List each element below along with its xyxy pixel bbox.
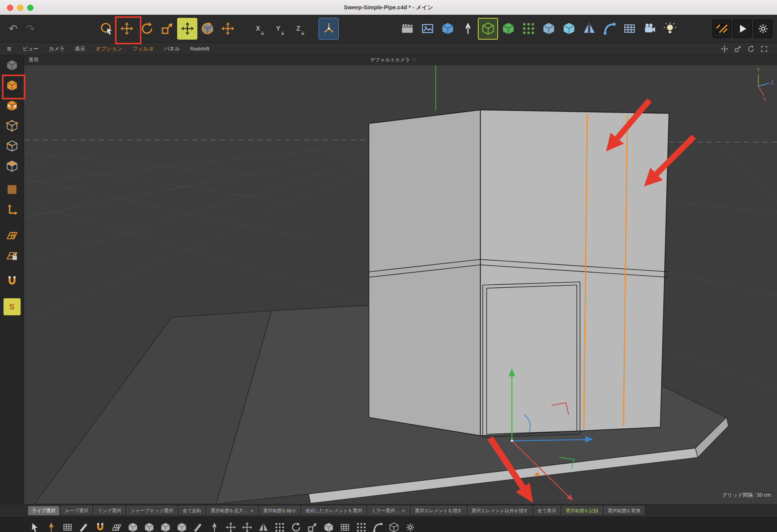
scale-edge-icon[interactable] <box>305 518 320 532</box>
line-cut-icon[interactable] <box>190 518 206 532</box>
workplane-mode-icon[interactable] <box>3 227 21 244</box>
redo-icon[interactable]: ↷ <box>22 19 39 38</box>
plane-cut-icon[interactable] <box>109 518 124 532</box>
close-window-button[interactable] <box>7 5 13 11</box>
volume-icon[interactable] <box>498 18 518 40</box>
generator-icon[interactable] <box>478 18 498 40</box>
edge-mode-icon[interactable] <box>3 137 21 155</box>
slide-icon[interactable] <box>223 518 239 532</box>
bend-deformer-icon[interactable] <box>599 18 619 40</box>
cloner-icon[interactable] <box>518 18 538 40</box>
select-connected-button[interactable]: 連続したエレメントを選択 <box>301 506 366 516</box>
extrude-icon[interactable] <box>125 518 141 532</box>
undo-icon[interactable]: ↶ <box>5 19 22 38</box>
live-select-button[interactable]: ライブ選択 <box>28 506 59 516</box>
light-icon[interactable] <box>660 18 680 40</box>
polygon-mode-icon[interactable] <box>3 158 21 175</box>
free-move-tool-icon[interactable] <box>218 18 238 40</box>
symmetry-icon[interactable] <box>579 18 599 40</box>
orientation-axis-gizmo: Y Z X <box>747 66 775 103</box>
melt-icon[interactable] <box>386 518 402 532</box>
settings-icon[interactable] <box>402 518 418 532</box>
loop-select-button[interactable]: ループ選択 <box>61 506 92 516</box>
grow-selection-button[interactable]: 選択範囲を拡大... <box>207 506 258 516</box>
sharp-edge-select-button[interactable]: シャープエッジ選択 <box>127 506 177 516</box>
pen-spline-icon[interactable] <box>458 18 478 40</box>
model-mode-icon[interactable] <box>3 77 21 94</box>
snap-toggle-icon[interactable] <box>3 273 21 290</box>
zoom-window-button[interactable] <box>27 5 33 11</box>
simulation-rotate-tool-icon[interactable] <box>197 18 218 40</box>
camera-menu-icon[interactable]: ∷ <box>413 57 416 63</box>
x-axis-lock-icon[interactable]: X <box>248 18 268 40</box>
ring-select-button[interactable]: リング選択 <box>94 506 125 516</box>
s-badge-icon[interactable]: S <box>3 298 21 315</box>
z-axis-lock-icon[interactable]: Z <box>288 18 308 40</box>
render-region-icon[interactable] <box>713 20 731 38</box>
transform-icon[interactable] <box>239 518 255 532</box>
hide-selected-button[interactable]: 選択エレメントを隠す <box>411 506 466 516</box>
make-editable-icon[interactable] <box>3 57 21 74</box>
camera-label[interactable]: デフォルトカメラ ∷ <box>370 57 416 63</box>
floor-icon[interactable] <box>619 18 639 40</box>
mesh-grid-icon[interactable] <box>60 518 75 532</box>
menu-camera[interactable]: カメラ <box>44 45 70 52</box>
symmetry-tool-icon[interactable] <box>256 518 271 532</box>
maximize-view-icon[interactable] <box>761 45 768 52</box>
scale-view-icon[interactable] <box>734 45 741 52</box>
smooth-shift-icon[interactable] <box>321 518 336 532</box>
tweak-mode-icon[interactable] <box>3 181 21 198</box>
snap-magnet-icon[interactable] <box>92 518 108 532</box>
convert-selection-button[interactable]: 選択範囲を変換 <box>604 506 644 516</box>
unhide-all-button[interactable]: 全て表示 <box>534 506 560 516</box>
scale-tool-icon[interactable] <box>157 18 177 40</box>
lock-workplane-icon[interactable] <box>3 247 21 264</box>
render-picture-viewer-icon[interactable] <box>417 18 437 40</box>
render-play-icon[interactable] <box>733 20 752 38</box>
menu-filter[interactable]: フィルタ <box>127 45 159 52</box>
brush-icon[interactable] <box>370 518 385 532</box>
invert-all-button[interactable]: 全て反転 <box>179 506 205 516</box>
y-axis-lock-icon[interactable]: Y <box>268 18 288 40</box>
menu-redshift[interactable]: Redshift <box>185 46 215 52</box>
menu-display[interactable]: 表示 <box>70 45 91 52</box>
menu-view[interactable]: ビュー <box>17 45 44 52</box>
spline-draw-icon[interactable] <box>207 518 222 532</box>
mirror-selection-button[interactable]: ミラー選択... <box>368 506 409 516</box>
shrink-selection-button[interactable]: 選択範囲を縮小 <box>260 506 300 516</box>
bridge-icon[interactable] <box>174 518 190 532</box>
bevel-icon[interactable] <box>158 518 173 532</box>
point-mode-icon[interactable] <box>3 117 21 134</box>
primitive-cube-icon[interactable] <box>437 18 458 40</box>
menu-panel[interactable]: パネル <box>159 45 185 52</box>
viewport-menubar: ≡ ビュー カメラ 表示 オプション フィルタ パネル Redshift <box>0 43 777 55</box>
rotate-edge-icon[interactable] <box>288 518 304 532</box>
select-tool-icon[interactable] <box>27 518 43 532</box>
axis-mode-icon[interactable] <box>3 201 21 218</box>
stitch-sew-icon[interactable] <box>337 518 353 532</box>
knife-icon[interactable] <box>76 518 92 532</box>
live-selection-tool-icon[interactable] <box>96 18 117 40</box>
weld-icon[interactable] <box>354 518 369 532</box>
pan-view-icon[interactable] <box>721 45 728 52</box>
hide-unselected-button[interactable]: 選択エレメント以外を隠す <box>468 506 532 516</box>
texture-mode-icon[interactable] <box>3 97 21 114</box>
polygon-pen-icon[interactable] <box>44 518 59 532</box>
rotate-tool-icon[interactable] <box>137 18 157 40</box>
rotate-view-icon[interactable] <box>747 45 754 52</box>
hamburger-menu-icon[interactable]: ≡ <box>7 45 11 53</box>
matrix-extrude-icon[interactable] <box>272 518 287 532</box>
render-view-icon[interactable] <box>397 18 417 40</box>
viewport-canvas[interactable] <box>24 55 777 504</box>
camera-icon[interactable] <box>639 18 660 40</box>
coordinate-system-icon[interactable] <box>319 18 339 40</box>
instance-icon[interactable] <box>538 18 559 40</box>
extrude-inner-icon[interactable] <box>141 518 157 532</box>
minimize-window-button[interactable] <box>17 5 23 11</box>
boole-icon[interactable] <box>559 18 579 40</box>
active-tool-icon[interactable] <box>177 18 197 40</box>
menu-options[interactable]: オプション <box>91 45 127 52</box>
move-tool-icon[interactable] <box>117 18 137 40</box>
render-settings-icon[interactable] <box>754 20 772 38</box>
store-selection-button[interactable]: 選択範囲を記録 <box>562 506 602 516</box>
